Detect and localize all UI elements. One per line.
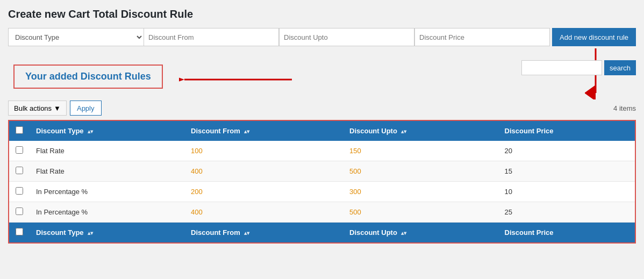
row-from-1: 400	[184, 161, 343, 182]
row-upto-2: 300	[343, 182, 498, 202]
search-area: search	[521, 60, 636, 75]
table-row: Flat Rate 400 500 15	[9, 161, 635, 182]
row-type-1: Flat Rate	[30, 161, 184, 182]
row-upto-0: 150	[343, 141, 498, 161]
discount-price-input[interactable]	[414, 28, 550, 46]
discount-rules-table-wrapper: Discount Type ▴▾ Discount From ▴▾ Discou…	[8, 120, 636, 244]
discount-from-input[interactable]	[144, 28, 279, 46]
your-rules-box: Your added Discount Rules	[13, 65, 163, 89]
toolbar-left: Bulk actions ▼ Apply	[8, 101, 102, 116]
discount-type-select[interactable]: Discount Type	[8, 28, 144, 46]
table-footer-row: Discount Type ▴▾ Discount From ▴▾ Discou…	[9, 223, 635, 243]
your-rules-heading: Your added Discount Rules	[25, 71, 151, 82]
add-discount-rule-button[interactable]: Add new discount rule	[552, 28, 636, 46]
row-upto-3: 500	[343, 202, 498, 223]
row-upto-1: 500	[343, 161, 498, 182]
bulk-actions-chevron-icon: ▼	[54, 104, 61, 112]
row-from-2: 200	[184, 182, 343, 202]
table-header-row: Discount Type ▴▾ Discount From ▴▾ Discou…	[9, 121, 635, 141]
row-type-3: In Percentage %	[30, 202, 184, 223]
rules-annotation-section: Your added Discount Rules	[8, 54, 636, 92]
row-checkbox-1[interactable]	[16, 167, 23, 174]
row-from-3: 400	[184, 202, 343, 223]
table-footer-checkbox-cell	[9, 223, 30, 243]
row-checkbox-cell	[9, 182, 30, 202]
table-header-price: Discount Price	[498, 121, 635, 141]
table-header-type: Discount Type ▴▾	[30, 121, 184, 141]
row-checkbox-3[interactable]	[16, 208, 23, 215]
sort-arrows-from[interactable]: ▴▾	[244, 128, 249, 134]
row-checkbox-cell	[9, 161, 30, 182]
bulk-actions-label: Bulk actions	[14, 104, 52, 112]
table-header-from: Discount From ▴▾	[184, 121, 343, 141]
row-type-0: Flat Rate	[30, 141, 184, 161]
row-checkbox-2[interactable]	[16, 187, 23, 195]
horizontal-arrow	[179, 69, 297, 92]
discount-rules-table: Discount Type ▴▾ Discount From ▴▾ Discou…	[9, 121, 635, 242]
search-button[interactable]: search	[604, 60, 636, 75]
row-checkbox-cell	[9, 141, 30, 161]
row-type-2: In Percentage %	[30, 182, 184, 202]
items-count: 4 items	[613, 104, 636, 112]
table-header-upto: Discount Upto ▴▾	[343, 121, 498, 141]
row-price-0: 20	[498, 141, 635, 161]
footer-sort-arrows-type[interactable]: ▴▾	[88, 230, 93, 236]
apply-button[interactable]: Apply	[70, 101, 102, 116]
select-all-checkbox[interactable]	[16, 126, 23, 134]
row-price-2: 10	[498, 182, 635, 202]
table-footer-type: Discount Type ▴▾	[30, 223, 184, 243]
page-title: Create new Cart Total Discount Rule	[8, 8, 636, 20]
row-price-1: 15	[498, 161, 635, 182]
table-row: Flat Rate 100 150 20	[9, 141, 635, 161]
table-footer-from: Discount From ▴▾	[184, 223, 343, 243]
table-body: Flat Rate 100 150 20 Flat Rate 400 500 1…	[9, 141, 635, 223]
row-checkbox-0[interactable]	[16, 146, 23, 154]
discount-form-row: Discount Type Add new discount rule	[8, 28, 636, 46]
table-row: In Percentage % 200 300 10	[9, 182, 635, 202]
sort-arrows-type[interactable]: ▴▾	[88, 128, 93, 134]
table-header-checkbox-cell	[9, 121, 30, 141]
row-from-0: 100	[184, 141, 343, 161]
toolbar-row: Bulk actions ▼ Apply 4 items	[8, 97, 636, 119]
bulk-actions-button[interactable]: Bulk actions ▼	[8, 101, 67, 116]
row-price-3: 25	[498, 202, 635, 223]
sort-arrows-upto[interactable]: ▴▾	[401, 128, 406, 134]
table-row: In Percentage % 400 500 25	[9, 202, 635, 223]
table-footer-upto: Discount Upto ▴▾	[343, 223, 498, 243]
search-input[interactable]	[521, 60, 602, 75]
footer-sort-arrows-upto[interactable]: ▴▾	[401, 230, 406, 236]
table-footer-price: Discount Price	[498, 223, 635, 243]
discount-upto-input[interactable]	[279, 28, 414, 46]
row-checkbox-cell	[9, 202, 30, 223]
footer-sort-arrows-from[interactable]: ▴▾	[244, 230, 249, 236]
select-all-footer-checkbox[interactable]	[16, 228, 23, 235]
